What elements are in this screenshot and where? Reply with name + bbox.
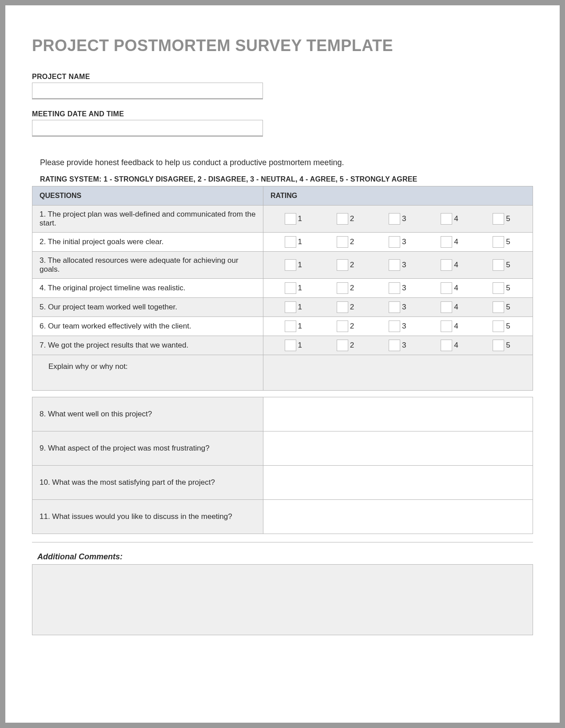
rating-checkbox-5[interactable] xyxy=(493,236,504,248)
rating-checkbox-3[interactable] xyxy=(389,236,400,248)
rating-cell: 12345 xyxy=(263,233,533,252)
rating-checkbox-1[interactable] xyxy=(285,236,296,248)
rating-number: 3 xyxy=(402,322,407,331)
project-name-label: PROJECT NAME xyxy=(32,73,533,81)
rating-cell: 12345 xyxy=(263,336,533,355)
rating-checkbox-2[interactable] xyxy=(337,282,348,294)
rating-number: 1 xyxy=(298,214,303,223)
rating-checkbox-1[interactable] xyxy=(285,320,296,332)
rating-checkbox-4[interactable] xyxy=(441,259,452,271)
rating-checkbox-2[interactable] xyxy=(337,301,348,313)
rating-checkbox-3[interactable] xyxy=(389,320,400,332)
open-answer-textarea[interactable] xyxy=(263,500,533,532)
open-question-text: 11. What issues would you like to discus… xyxy=(32,500,263,534)
table-row: 3. The allocated resources were adequate… xyxy=(32,252,533,279)
rating-checkbox-2[interactable] xyxy=(337,340,348,351)
rating-number: 3 xyxy=(402,341,407,350)
rating-checkbox-5[interactable] xyxy=(493,213,504,225)
rating-checkbox-2[interactable] xyxy=(337,236,348,248)
rating-checkbox-3[interactable] xyxy=(389,213,400,225)
rating-number: 3 xyxy=(402,214,407,223)
rating-number: 1 xyxy=(298,284,303,293)
open-answer-textarea[interactable] xyxy=(263,431,533,463)
table-row: 4. The original project timeline was rea… xyxy=(32,279,533,298)
comments-label: Additional Comments: xyxy=(37,552,533,562)
rating-checkbox-4[interactable] xyxy=(441,282,452,294)
rating-number: 3 xyxy=(402,303,407,312)
header-questions: QUESTIONS xyxy=(32,186,263,206)
rating-number: 2 xyxy=(350,341,355,350)
question-text: 7. We got the project results that we wa… xyxy=(32,336,263,355)
rating-checkbox-2[interactable] xyxy=(337,213,348,225)
rating-checkbox-3[interactable] xyxy=(389,340,400,351)
rating-number: 5 xyxy=(506,322,511,331)
rating-cell: 12345 xyxy=(263,252,533,279)
rating-checkbox-5[interactable] xyxy=(493,259,504,271)
explain-label: Explain why or why not: xyxy=(32,355,263,391)
rating-checkbox-5[interactable] xyxy=(493,301,504,313)
rating-checkbox-2[interactable] xyxy=(337,320,348,332)
question-text: 2. The initial project goals were clear. xyxy=(32,233,263,252)
open-answer-textarea[interactable] xyxy=(263,397,533,429)
rating-checkbox-4[interactable] xyxy=(441,301,452,313)
rating-number: 1 xyxy=(298,303,303,312)
rating-checkbox-5[interactable] xyxy=(493,282,504,294)
meeting-datetime-label: MEETING DATE AND TIME xyxy=(32,110,533,118)
table-row: 5. Our project team worked well together… xyxy=(32,298,533,317)
rating-checkbox-1[interactable] xyxy=(285,259,296,271)
rating-checkbox-4[interactable] xyxy=(441,236,452,248)
open-question-text: 10. What was the most satisfying part of… xyxy=(32,466,263,500)
open-answer-cell xyxy=(263,431,533,466)
rating-number: 4 xyxy=(454,284,459,293)
rating-number: 1 xyxy=(298,237,303,246)
table-row: 10. What was the most satisfying part of… xyxy=(32,466,533,500)
open-question-text: 8. What went well on this project? xyxy=(32,397,263,431)
question-text: 5. Our project team worked well together… xyxy=(32,298,263,317)
open-answer-cell xyxy=(263,397,533,431)
rating-number: 5 xyxy=(506,237,511,246)
rating-number: 4 xyxy=(454,261,459,269)
rating-checkbox-5[interactable] xyxy=(493,340,504,351)
rating-legend: RATING SYSTEM: 1 - STRONGLY DISAGREE, 2 … xyxy=(40,175,533,183)
rating-number: 4 xyxy=(454,341,459,350)
rating-number: 5 xyxy=(506,261,511,269)
rating-number: 3 xyxy=(402,261,407,269)
rating-number: 1 xyxy=(298,261,303,269)
rating-number: 1 xyxy=(298,341,303,350)
survey-table: QUESTIONS RATING 1. The project plan was… xyxy=(32,186,533,391)
rating-number: 3 xyxy=(402,284,407,293)
rating-cell: 12345 xyxy=(263,206,533,233)
rating-checkbox-3[interactable] xyxy=(389,301,400,313)
rating-number: 2 xyxy=(350,303,355,312)
rating-checkbox-3[interactable] xyxy=(389,259,400,271)
project-name-input[interactable] xyxy=(32,83,263,99)
rating-checkbox-4[interactable] xyxy=(441,213,452,225)
instructions-text: Please provide honest feedback to help u… xyxy=(40,158,533,167)
question-text: 3. The allocated resources were adequate… xyxy=(32,252,263,279)
rating-checkbox-1[interactable] xyxy=(285,340,296,351)
survey-page: PROJECT POSTMORTEM SURVEY TEMPLATE PROJE… xyxy=(5,5,560,723)
rating-checkbox-1[interactable] xyxy=(285,301,296,313)
rating-number: 5 xyxy=(506,303,511,312)
comments-textarea[interactable] xyxy=(32,564,533,635)
table-row: 7. We got the project results that we wa… xyxy=(32,336,533,355)
table-row: 2. The initial project goals were clear.… xyxy=(32,233,533,252)
explain-answer-cell[interactable] xyxy=(263,355,533,391)
open-question-text: 9. What aspect of the project was most f… xyxy=(32,431,263,466)
rating-checkbox-3[interactable] xyxy=(389,282,400,294)
question-text: 1. The project plan was well-defined and… xyxy=(32,206,263,233)
rating-number: 1 xyxy=(298,322,303,331)
rating-checkbox-1[interactable] xyxy=(285,213,296,225)
rating-checkbox-4[interactable] xyxy=(441,320,452,332)
question-text: 6. Our team worked effectively with the … xyxy=(32,317,263,336)
meeting-datetime-input[interactable] xyxy=(32,120,263,137)
rating-checkbox-4[interactable] xyxy=(441,340,452,351)
rating-number: 4 xyxy=(454,322,459,331)
rating-checkbox-5[interactable] xyxy=(493,320,504,332)
open-answer-textarea[interactable] xyxy=(263,466,533,498)
rating-checkbox-2[interactable] xyxy=(337,259,348,271)
rating-number: 5 xyxy=(506,214,511,223)
rating-checkbox-1[interactable] xyxy=(285,282,296,294)
open-answer-cell xyxy=(263,500,533,534)
table-row: 1. The project plan was well-defined and… xyxy=(32,206,533,233)
